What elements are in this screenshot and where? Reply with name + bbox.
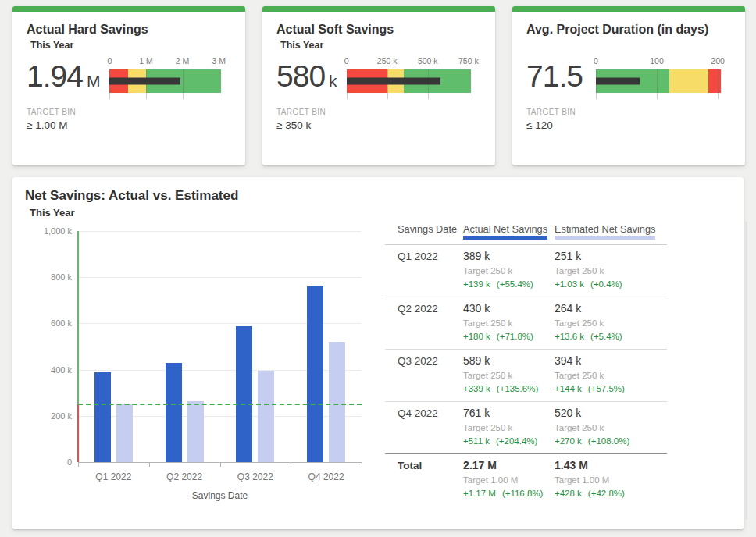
delta-pct: (+204.4%) — [496, 436, 537, 446]
delta-pct: (+42.8%) — [588, 489, 625, 498]
estimated-bar-q4-2022[interactable] — [329, 342, 345, 462]
column-header-label: Estimated Net Savings — [555, 223, 655, 240]
card-body: Actual Soft Savings This Year 580k 0250 … — [262, 12, 495, 131]
actual-target: Target 1.00 M — [463, 474, 555, 487]
kpi-value-unit: M — [87, 72, 101, 90]
bullet-axis-labels: 0250 k500 k750 k — [347, 56, 471, 68]
estimated-delta: +144 k(+57.5%) — [555, 382, 667, 396]
table-row-total[interactable]: Total 2.17 M Target 1.00 M +1.17 M(+116.… — [385, 453, 667, 506]
table-row-q1-2022[interactable]: Q1 2022 389 k Target 250 k +139 k(+55.4%… — [385, 245, 667, 297]
actual-value: 589 k — [463, 354, 555, 368]
x-axis-tick-mark — [78, 462, 79, 467]
actual-delta: +339 k(+135.6%) — [463, 382, 555, 396]
y-axis-line-segment — [77, 231, 79, 404]
delta-value: +13.6 k — [555, 332, 584, 341]
actual-cell: 430 k Target 250 k +180 k(+71.8%) — [463, 301, 555, 343]
table-row-q2-2022[interactable]: Q2 2022 430 k Target 250 k +180 k(+71.8%… — [385, 297, 667, 349]
estimated-delta: +270 k(+108.0%) — [555, 435, 667, 448]
delta-pct: (+5.4%) — [590, 332, 622, 341]
delta-value: +270 k — [555, 436, 582, 446]
actual-value: 761 k — [463, 406, 555, 421]
delta-value: +511 k — [463, 436, 490, 446]
actual-bar-q4-2022[interactable] — [307, 286, 323, 462]
estimated-bar-q1-2022[interactable] — [116, 404, 133, 462]
estimated-cell: 394 k Target 250 k +144 k(+57.5%) — [555, 354, 667, 396]
bullet-band — [347, 69, 471, 93]
estimated-target: Target 250 k — [555, 369, 667, 382]
bullet-tick-line — [183, 69, 184, 99]
y-axis-tick-label: 200 k — [28, 410, 72, 422]
kpi-card-actual-soft-savings: Actual Soft Savings This Year 580k 0250 … — [262, 6, 495, 165]
estimated-target: Target 250 k — [555, 265, 667, 278]
actual-bar-q3-2022[interactable] — [236, 326, 252, 462]
bullet-axis-tick-label: 0 — [594, 56, 598, 66]
bullet-chart[interactable]: 0250 k500 k750 k — [347, 56, 471, 93]
estimated-cell: 251 k Target 250 k +1.03 k(+0.4%) — [555, 249, 667, 291]
delta-pct: (+135.6%) — [497, 384, 538, 393]
x-axis-tick-mark — [220, 462, 221, 467]
kpi-value: 1.94M — [27, 60, 100, 98]
actual-target: Target 250 k — [463, 421, 555, 435]
actual-delta: +180 k(+71.8%) — [463, 330, 555, 343]
gridline — [78, 231, 362, 232]
actual-bar-q2-2022[interactable] — [166, 363, 182, 462]
estimated-value: 1.43 M — [555, 458, 667, 473]
estimated-bar-q3-2022[interactable] — [258, 371, 274, 462]
y-axis-tick-label: 1,000 k — [28, 225, 72, 237]
estimated-value: 394 k — [555, 354, 667, 368]
card-accent-bar — [12, 6, 245, 12]
bullet-measure-bar — [347, 78, 441, 85]
y-axis-tick-label: 800 k — [28, 271, 72, 283]
x-axis-title: Savings Date — [192, 490, 248, 501]
estimated-bar-q2-2022[interactable] — [187, 401, 204, 462]
bullet-axis-labels: 0100200 — [596, 56, 721, 68]
target-bin-value: ≥ 350 k — [276, 119, 481, 131]
kpi-dashboard: Actual Hard Savings This Year 1.94M 01 M… — [0, 0, 756, 537]
delta-value: +428 k — [555, 489, 582, 498]
target-bin-value: ≥ 1.00 M — [27, 119, 231, 131]
bullet-range-segment — [669, 69, 709, 93]
delta-value: +1.17 M — [463, 489, 496, 498]
bullet-chart[interactable]: 0100200 — [596, 56, 721, 93]
kpi-value-unit: k — [329, 72, 337, 90]
column-header-savings-date: Savings Date — [385, 223, 463, 240]
delta-pct: (+0.4%) — [590, 279, 622, 289]
kpi-card-actual-hard-savings: Actual Hard Savings This Year 1.94M 01 M… — [12, 6, 245, 165]
bullet-axis-tick-label: 0 — [344, 56, 349, 66]
delta-pct: (+55.4%) — [497, 279, 533, 289]
x-axis-tick-mark — [149, 462, 150, 467]
actual-delta: +511 k(+204.4%) — [463, 435, 555, 448]
delta-pct: (+57.5%) — [588, 384, 625, 393]
bullet-axis-labels: 01 M2 M3 M — [109, 56, 221, 68]
table-row-q4-2022[interactable]: Q4 2022 761 k Target 250 k +511 k(+204.4… — [385, 401, 667, 453]
delta-pct: (+108.0%) — [588, 436, 629, 446]
kpi-value-number: 71.5 — [526, 59, 583, 93]
actual-bar-q1-2022[interactable] — [94, 372, 111, 462]
estimated-delta: +13.6 k(+5.4%) — [555, 330, 667, 343]
bullet-chart[interactable]: 01 M2 M3 M — [109, 56, 221, 93]
kpi-title: Actual Hard Savings — [27, 21, 231, 38]
table-header: Savings Date Actual Net Savings Estimate… — [385, 223, 667, 245]
bullet-axis-tick-label: 100 — [650, 56, 664, 66]
actual-target: Target 250 k — [463, 317, 555, 330]
bullet-axis-tick-label: 2 M — [176, 56, 190, 66]
bullet-measure-bar — [596, 78, 640, 85]
panel-title: Net Savings: Actual vs. Estimated — [25, 187, 744, 204]
delta-value: +144 k — [555, 384, 582, 393]
bullet-axis-tick-label: 1 M — [139, 56, 153, 66]
actual-cell: 589 k Target 250 k +339 k(+135.6%) — [463, 354, 555, 396]
target-bin-label: TARGET BIN — [276, 108, 481, 116]
actual-delta: +1.17 M(+116.8%) — [463, 487, 555, 500]
x-axis-tick-label: Q2 2022 — [166, 471, 202, 482]
bullet-tick-line — [219, 69, 219, 99]
table-row-q3-2022[interactable]: Q3 2022 589 k Target 250 k +339 k(+135.6… — [385, 349, 667, 401]
net-savings-bar-chart[interactable]: 0200 k400 k600 k800 k1,000 kQ1 2022Q2 20… — [28, 231, 366, 506]
bullet-axis-tick-label: 750 k — [458, 56, 479, 66]
x-axis-tick-label: Q3 2022 — [237, 471, 273, 482]
x-axis-tick-mark — [291, 462, 291, 467]
y-axis-line-segment — [77, 404, 79, 462]
table-scrollbar[interactable] — [745, 222, 747, 520]
estimated-target: Target 250 k — [555, 421, 667, 435]
y-axis-tick-label: 600 k — [28, 317, 72, 329]
row-label: Q1 2022 — [385, 249, 463, 291]
